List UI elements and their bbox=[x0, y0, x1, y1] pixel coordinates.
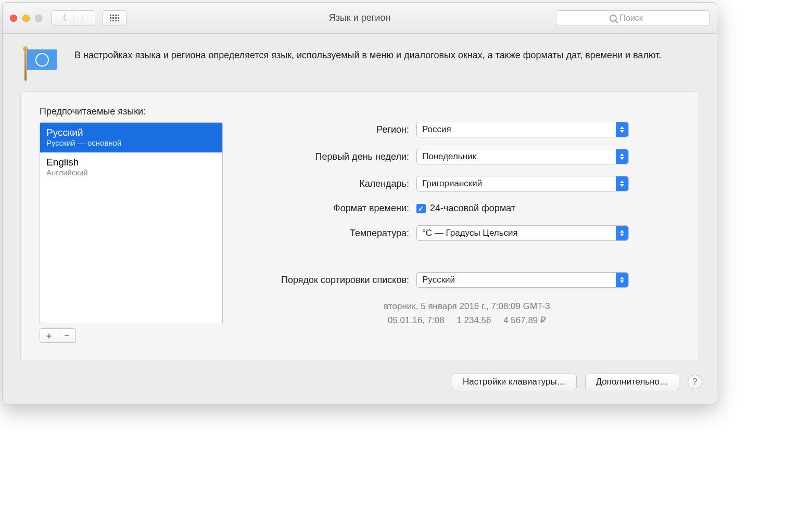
calendar-select[interactable]: Григорианский bbox=[416, 176, 629, 191]
grid-icon bbox=[110, 15, 119, 21]
un-flag-icon bbox=[22, 48, 60, 81]
calendar-label: Календарь: bbox=[254, 178, 416, 189]
keyboard-settings-button[interactable]: Настройки клавиатуры… bbox=[452, 374, 577, 390]
preferences-window: 〈 〉 Язык и регион В настройках языка и р… bbox=[2, 2, 717, 404]
zoom-icon bbox=[35, 15, 42, 22]
language-item-english[interactable]: English Английский bbox=[40, 152, 222, 182]
example-long-date: вторник, 5 января 2016 г., 7:08:09 GMT-3 bbox=[254, 299, 680, 313]
calendar-value: Григорианский bbox=[422, 178, 482, 189]
stepper-icon bbox=[616, 176, 628, 191]
header-description: В настройках языка и региона определяетс… bbox=[3, 34, 717, 91]
temperature-value: °C — Градусы Цельсия bbox=[422, 228, 518, 238]
description-text: В настройках языка и региона определяетс… bbox=[74, 48, 661, 62]
example-currency: 4 567,89 ₽ bbox=[503, 315, 546, 325]
sort-value: Русский bbox=[422, 275, 455, 285]
example-short-date: 05.01.16, 7:08 bbox=[388, 315, 445, 325]
window-controls bbox=[10, 15, 42, 22]
stepper-icon bbox=[616, 149, 628, 164]
language-name: Русский bbox=[46, 127, 216, 138]
firstday-label: Первый день недели: bbox=[254, 151, 416, 162]
settings-panel: Предпочитаемые языки: Русский Русский — … bbox=[20, 91, 699, 361]
timeformat-check-label: 24-часовой формат bbox=[430, 203, 515, 214]
temperature-select[interactable]: °C — Градусы Цельсия bbox=[416, 225, 629, 241]
help-button[interactable]: ? bbox=[688, 375, 702, 389]
remove-language-button[interactable]: − bbox=[58, 329, 75, 342]
search-input[interactable] bbox=[620, 14, 656, 23]
language-name: English bbox=[46, 157, 216, 168]
language-list[interactable]: Русский Русский — основной English Англи… bbox=[40, 122, 223, 324]
stepper-icon bbox=[616, 273, 628, 287]
add-remove-controls: ＋ − bbox=[40, 328, 76, 343]
stepper-icon bbox=[616, 122, 628, 137]
region-value: Россия bbox=[422, 124, 451, 135]
timeformat-label: Формат времени: bbox=[254, 203, 416, 214]
show-all-button[interactable] bbox=[103, 10, 126, 26]
forward-button: 〉 bbox=[73, 10, 95, 26]
help-icon: ? bbox=[692, 377, 697, 387]
back-button[interactable]: 〈 bbox=[52, 10, 73, 26]
plus-icon: ＋ bbox=[44, 329, 54, 342]
search-icon bbox=[610, 15, 617, 22]
minus-icon: − bbox=[64, 330, 70, 341]
add-language-button[interactable]: ＋ bbox=[40, 329, 58, 342]
chevron-right-icon: 〉 bbox=[80, 12, 88, 23]
region-label: Регион: bbox=[254, 124, 416, 135]
chevron-left-icon: 〈 bbox=[58, 12, 67, 23]
footer: Настройки клавиатуры… Дополнительно… ? bbox=[3, 374, 717, 404]
titlebar: 〈 〉 Язык и регион bbox=[3, 3, 717, 34]
example-number: 1 234,56 bbox=[456, 315, 491, 325]
sort-label: Порядок сортировки списков: bbox=[254, 275, 416, 286]
format-examples: вторник, 5 января 2016 г., 7:08:09 GMT-3… bbox=[254, 299, 680, 327]
preferred-languages-section: Предпочитаемые языки: Русский Русский — … bbox=[40, 106, 223, 343]
preferred-languages-heading: Предпочитаемые языки: bbox=[40, 106, 223, 117]
advanced-button[interactable]: Дополнительно… bbox=[585, 374, 679, 390]
close-icon[interactable] bbox=[10, 15, 17, 22]
language-item-russian[interactable]: Русский Русский — основной bbox=[40, 123, 222, 152]
language-sub: Русский — основной bbox=[46, 138, 216, 147]
search-field[interactable] bbox=[556, 10, 709, 26]
temperature-label: Температура: bbox=[254, 228, 416, 239]
sort-select[interactable]: Русский bbox=[416, 272, 629, 288]
firstday-value: Понедельник bbox=[422, 151, 476, 162]
language-sub: Английский bbox=[46, 168, 216, 177]
stepper-icon bbox=[616, 226, 628, 240]
region-select[interactable]: Россия bbox=[416, 122, 629, 137]
region-settings: Регион: Россия Первый день недели: Понед… bbox=[254, 106, 680, 343]
firstday-select[interactable]: Понедельник bbox=[416, 149, 629, 164]
nav-buttons: 〈 〉 bbox=[52, 10, 95, 26]
timeformat-checkbox[interactable] bbox=[416, 204, 426, 213]
minimize-icon[interactable] bbox=[22, 15, 30, 22]
